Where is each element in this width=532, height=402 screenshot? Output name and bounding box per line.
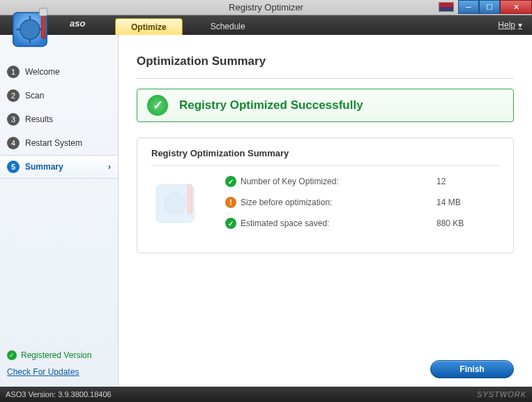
step-label: Summary: [25, 162, 63, 172]
flag-icon[interactable]: [439, 2, 454, 12]
sidebar-item-summary[interactable]: 5 Summary: [0, 155, 118, 179]
minimize-button[interactable]: ─: [458, 0, 479, 14]
registration-status: ✓ Registered Version: [7, 350, 111, 360]
divider: [137, 78, 514, 79]
sidebar-footer: ✓ Registered Version Check For Updates: [0, 343, 118, 387]
registered-label: Registered Version: [21, 350, 91, 360]
titlebar: Registry Optimizer ─ ☐ ✕: [0, 0, 532, 15]
step-number: 2: [7, 89, 20, 102]
page-title: Optimization Summary: [137, 54, 514, 68]
main-content: Optimization Summary ✓ Registry Optimize…: [119, 35, 532, 387]
svg-rect-10: [188, 185, 192, 214]
window-title: Registry Optimizer: [229, 2, 303, 13]
svg-point-9: [165, 193, 186, 214]
check-icon: ✓: [225, 176, 236, 187]
brand-label: aso: [70, 18, 85, 29]
success-message: Registry Optimized Successfully: [179, 98, 363, 112]
summary-panel: Registry Optimization Summary ✓ Number o…: [137, 137, 514, 253]
help-label: Help: [498, 20, 515, 30]
summary-rows: ✓ Number of Key Optimized: 12 ! Size bef…: [225, 176, 499, 229]
row-label: Size before optimization:: [241, 198, 436, 207]
step-label: Welcome: [25, 67, 60, 77]
gear-wrench-icon: [151, 176, 214, 239]
row-value: 880 KB: [436, 218, 499, 228]
svg-point-1: [20, 20, 40, 39]
vendor-label: SYSTWORK: [477, 390, 526, 399]
maximize-button[interactable]: ☐: [479, 0, 500, 14]
row-label: Estimated space saved:: [241, 218, 436, 228]
step-number: 5: [7, 161, 20, 173]
divider: [151, 165, 499, 166]
step-number: 3: [7, 113, 20, 126]
row-label: Number of Key Optimized:: [241, 177, 436, 186]
body: 1 Welcome 2 Scan 3 Results 4 Restart Sys…: [0, 35, 532, 387]
check-icon: ✓: [225, 218, 236, 229]
warning-icon: !: [225, 197, 236, 208]
step-label: Restart System: [25, 138, 82, 148]
row-value: 14 MB: [436, 198, 499, 207]
version-label: ASO3 Version: 3.9.3800.18406: [6, 390, 112, 399]
step-label: Scan: [25, 91, 44, 100]
row-value: 12: [436, 177, 499, 186]
sidebar-item-restart[interactable]: 4 Restart System: [0, 131, 118, 155]
tab-schedule[interactable]: Schedule: [195, 18, 261, 35]
step-label: Results: [25, 114, 53, 124]
step-number: 1: [7, 66, 20, 78]
sidebar: 1 Welcome 2 Scan 3 Results 4 Restart Sys…: [0, 35, 119, 387]
svg-rect-7: [39, 8, 47, 16]
close-button[interactable]: ✕: [500, 0, 532, 14]
check-icon: ✓: [7, 350, 17, 360]
sidebar-item-results[interactable]: 3 Results: [0, 107, 118, 131]
check-updates-link[interactable]: Check For Updates: [7, 367, 111, 377]
success-check-icon: ✓: [147, 95, 168, 116]
sidebar-item-welcome[interactable]: 1 Welcome: [0, 60, 118, 84]
finish-row: Finish: [430, 360, 514, 378]
finish-button[interactable]: Finish: [430, 360, 514, 378]
sidebar-item-scan[interactable]: 2 Scan: [0, 84, 118, 107]
tabstrip: aso Optimize Schedule Help ▾: [0, 15, 532, 35]
tab-optimize[interactable]: Optimize: [115, 18, 183, 35]
summary-panel-title: Registry Optimization Summary: [151, 148, 499, 158]
success-banner: ✓ Registry Optimized Successfully: [137, 89, 514, 122]
statusbar: ASO3 Version: 3.9.3800.18406 SYSTWORK: [0, 387, 532, 402]
step-number: 4: [7, 137, 20, 149]
help-menu[interactable]: Help ▾: [498, 15, 522, 35]
window-controls: ─ ☐ ✕: [439, 0, 532, 15]
svg-rect-6: [41, 13, 45, 38]
chevron-down-icon: ▾: [518, 20, 522, 30]
app-logo-icon: [4, 3, 66, 57]
